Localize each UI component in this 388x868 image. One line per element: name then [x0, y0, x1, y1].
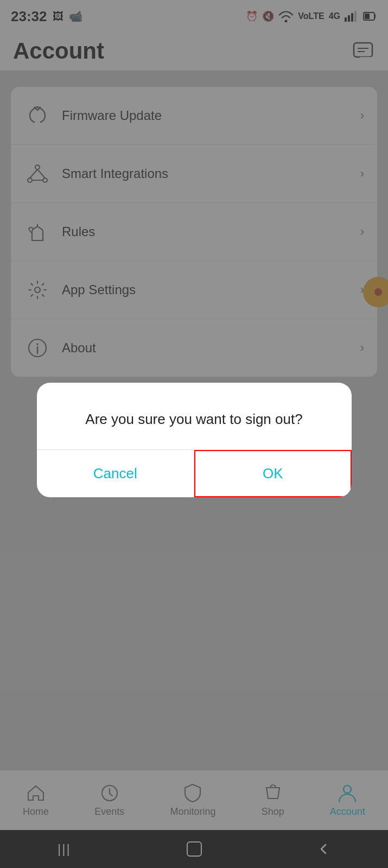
cancel-button[interactable]: Cancel: [37, 450, 195, 497]
ok-button[interactable]: OK: [194, 450, 352, 497]
confirm-dialog: Are you sure you want to sign out? Cance…: [37, 383, 352, 497]
dialog-message: Are you sure you want to sign out?: [37, 383, 352, 449]
dialog-actions: Cancel OK: [37, 449, 352, 497]
